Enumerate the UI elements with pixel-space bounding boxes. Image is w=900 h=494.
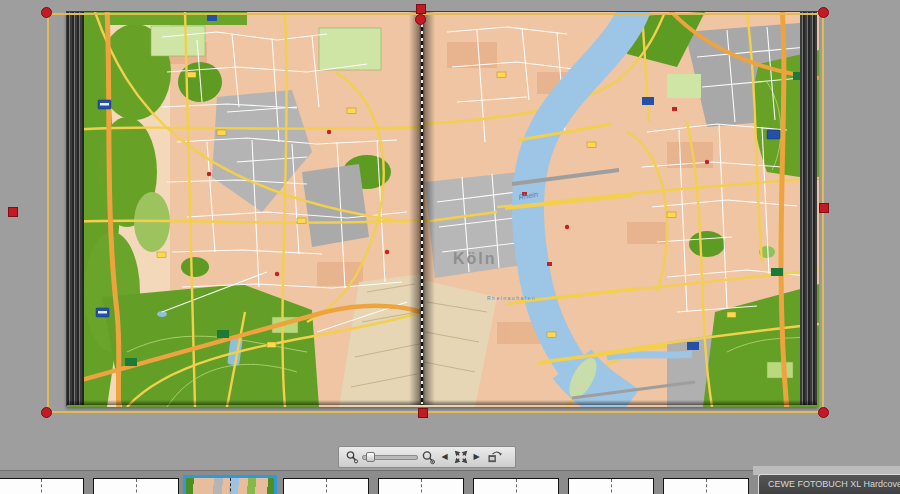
map-label-city: Köln [453,250,497,267]
thumb-page-left [0,479,41,494]
selection-handle-right-center[interactable] [819,203,829,213]
map-label-harbor: Rheinauhafen [487,295,536,301]
filmstrip-spread[interactable] [378,478,464,494]
zoom-slider[interactable] [362,450,418,464]
previous-page-button[interactable]: ◀ [439,448,450,466]
zoom-out-button[interactable] [344,448,359,466]
thumb-page-left [284,479,326,494]
zoom-in-button[interactable] [421,448,436,466]
thumb-page-left [569,479,611,494]
thumb-page-right [706,479,749,494]
page-stack-edge-right [800,12,817,405]
book-bottom-shadow [67,400,817,405]
filmstrip-spread[interactable] [568,478,654,494]
zoom-toolbar: ◀ ▶ [338,446,516,468]
next-page-button[interactable]: ▶ [471,448,482,466]
filmstrip-spread[interactable] [283,478,369,494]
thumb-page-right [41,479,84,494]
thumb-page-left [474,479,516,494]
selection-handle-bottom-center[interactable] [418,408,428,418]
selection-rotate-handle[interactable] [415,14,426,25]
map-spread-image[interactable]: Köln Rhein Rheinauhafen [67,12,819,407]
filmstrip-spread[interactable] [473,478,559,494]
filmstrip-spread-selected[interactable] [183,475,277,494]
page-stack-edge-left [67,12,84,405]
preview-mode-button[interactable] [487,448,502,466]
selection-handle-bottom-right[interactable] [818,407,829,418]
thumb-page-right [136,479,179,494]
thumb-page-left [94,479,136,494]
thumb-page-right [326,479,369,494]
selection-handle-left-center[interactable] [8,207,18,217]
filmstrip-spread[interactable] [93,478,179,494]
magnifier-plus-icon [421,450,436,465]
selection-handle-top-right[interactable] [818,7,829,18]
thumb-page-left [379,479,421,494]
thumb-page-left [664,479,706,494]
thumb-page-right [516,479,559,494]
selection-handle-bottom-left[interactable] [41,407,52,418]
book-spine-fold-line [421,13,423,404]
fit-to-window-icon [454,450,468,464]
book-preview-icon [487,450,502,464]
fit-to-window-button[interactable] [453,448,468,466]
book-spread[interactable]: Köln Rhein Rheinauhafen [66,11,818,406]
magnifier-small-icon [345,450,359,464]
thumb-page-right [421,479,464,494]
filmstrip-spread[interactable] [0,478,84,494]
selection-handle-top-center[interactable] [416,4,426,14]
selection-handle-top-left[interactable] [41,7,52,18]
filmstrip-spread[interactable] [663,478,749,494]
zoom-slider-handle[interactable] [366,452,375,462]
product-status-label: CEWE FOTOBUCH XL Hardcover (26 S.) [758,474,900,494]
photobook-editor: { "map": { "city_label": "Köln", "river_… [0,0,900,494]
thumb-page-right [611,479,654,494]
thumb-map-preview [186,478,274,494]
